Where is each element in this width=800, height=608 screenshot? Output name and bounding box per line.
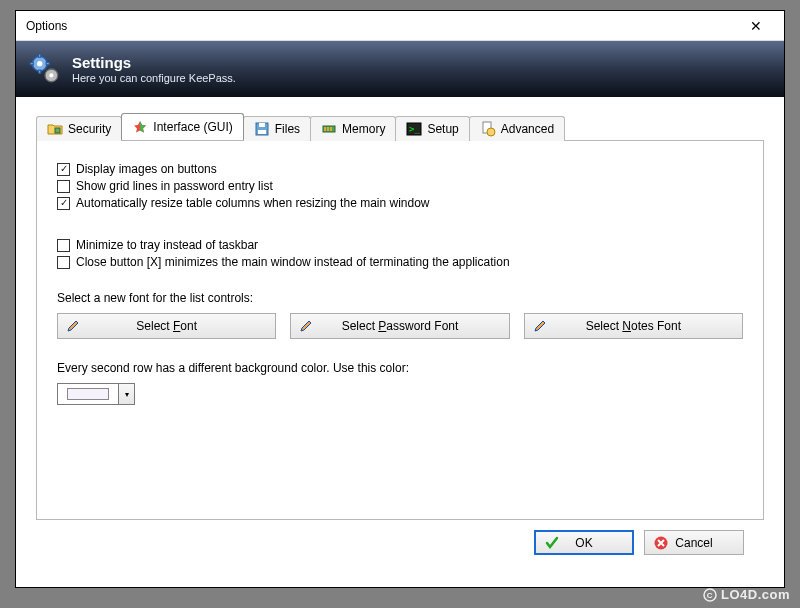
close-icon[interactable]: ✕ — [736, 18, 776, 34]
svg-rect-5 — [46, 63, 49, 65]
tab-label: Memory — [342, 122, 385, 136]
svg-rect-11 — [258, 130, 266, 134]
check-auto-resize[interactable]: ✓ Automatically resize table columns whe… — [57, 196, 743, 210]
tab-security[interactable]: Security — [36, 116, 122, 141]
svg-rect-2 — [39, 54, 41, 57]
document-gear-icon — [480, 121, 496, 137]
svg-rect-10 — [259, 123, 265, 127]
svg-rect-4 — [30, 63, 33, 65]
check-label: Show grid lines in password entry list — [76, 179, 273, 193]
tabstrip: Security Interface (GUI) Files Memory — [36, 113, 764, 140]
check-close-minimize[interactable]: Close button [X] minimizes the main wind… — [57, 255, 743, 269]
banner-subtitle: Here you can configure KeePass. — [72, 72, 236, 84]
svg-rect-13 — [324, 127, 326, 131]
check-grid-lines[interactable]: Show grid lines in password entry list — [57, 179, 743, 193]
select-notes-font-button[interactable]: Select Notes Font — [524, 313, 743, 339]
svg-text:>_: >_ — [409, 124, 420, 134]
checkbox-icon — [57, 239, 70, 252]
tab-label: Setup — [427, 122, 458, 136]
gear-icon — [28, 52, 62, 86]
tab-label: Advanced — [501, 122, 554, 136]
select-font-button[interactable]: Select Font — [57, 313, 276, 339]
svg-rect-14 — [327, 127, 329, 131]
button-label: Cancel — [675, 536, 712, 550]
tab-advanced[interactable]: Advanced — [469, 116, 565, 141]
tab-setup[interactable]: >_ Setup — [395, 116, 469, 141]
tab-label: Interface (GUI) — [153, 120, 232, 134]
tab-interface[interactable]: Interface (GUI) — [121, 113, 243, 140]
floppy-icon — [254, 121, 270, 137]
tab-memory[interactable]: Memory — [310, 116, 396, 141]
pencil-icon — [299, 319, 313, 333]
check-display-images[interactable]: ✓ Display images on buttons — [57, 162, 743, 176]
tab-files[interactable]: Files — [243, 116, 311, 141]
options-dialog: Options ✕ Settings Here you can configur… — [15, 10, 785, 588]
checkbox-icon: ✓ — [57, 163, 70, 176]
titlebar: Options ✕ — [16, 11, 784, 41]
font-section-label: Select a new font for the list controls: — [57, 291, 743, 305]
chevron-down-icon[interactable]: ▾ — [119, 383, 135, 405]
color-section-label: Every second row has a different backgro… — [57, 361, 743, 375]
svg-rect-8 — [55, 128, 60, 133]
svg-rect-15 — [330, 127, 332, 131]
color-swatch — [67, 388, 109, 400]
folder-lock-icon — [47, 121, 63, 137]
memory-icon — [321, 121, 337, 137]
check-label: Minimize to tray instead of taskbar — [76, 238, 258, 252]
settings-banner: Settings Here you can configure KeePass. — [16, 41, 784, 97]
interface-tab-panel: ✓ Display images on buttons Show grid li… — [36, 140, 764, 520]
tab-label: Files — [275, 122, 300, 136]
interface-icon — [132, 119, 148, 135]
console-icon: >_ — [406, 121, 422, 137]
svg-text:C: C — [707, 591, 713, 600]
banner-title: Settings — [72, 54, 236, 71]
check-label: Display images on buttons — [76, 162, 217, 176]
dialog-footer: OK Cancel — [36, 520, 764, 569]
select-password-font-button[interactable]: Select Password Font — [290, 313, 509, 339]
button-label: OK — [575, 536, 592, 550]
checkbox-icon — [57, 180, 70, 193]
checkbox-icon — [57, 256, 70, 269]
pencil-icon — [66, 319, 80, 333]
row-color-picker[interactable] — [57, 383, 119, 405]
svg-point-1 — [37, 61, 42, 66]
cancel-icon — [653, 535, 669, 551]
check-icon — [544, 535, 560, 551]
ok-button[interactable]: OK — [534, 530, 634, 555]
window-title: Options — [26, 19, 67, 33]
check-label: Close button [X] minimizes the main wind… — [76, 255, 510, 269]
check-min-tray[interactable]: Minimize to tray instead of taskbar — [57, 238, 743, 252]
svg-rect-3 — [39, 70, 41, 73]
checkbox-icon: ✓ — [57, 197, 70, 210]
pencil-icon — [533, 319, 547, 333]
cancel-button[interactable]: Cancel — [644, 530, 744, 555]
svg-point-7 — [49, 73, 53, 77]
tab-label: Security — [68, 122, 111, 136]
svg-point-19 — [487, 128, 495, 136]
check-label: Automatically resize table columns when … — [76, 196, 430, 210]
watermark: C LO4D.com — [703, 587, 790, 602]
